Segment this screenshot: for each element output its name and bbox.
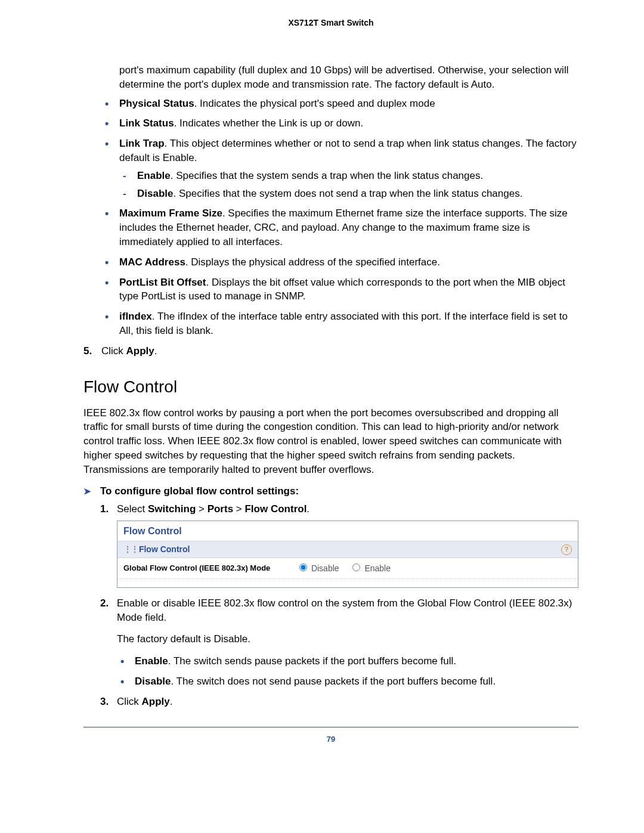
item-text: . This object determines whether or not … — [119, 138, 577, 163]
item-text: . Indicates whether the Link is up or do… — [174, 117, 364, 129]
row-controls: Disable Enable — [296, 562, 399, 575]
list-item: Enable. The switch sends pause packets i… — [117, 654, 578, 668]
step-text-pre: Click — [101, 345, 126, 357]
item-label: ifIndex — [119, 311, 152, 322]
radio-disable-input[interactable] — [299, 563, 307, 571]
item-label: Enable — [137, 170, 171, 181]
step-text-pre: Click — [117, 696, 142, 707]
nav-sep: > — [196, 503, 207, 515]
nav-path-part: Flow Control — [244, 503, 306, 515]
nav-path-part: Ports — [208, 503, 233, 515]
step-item: 2. Enable or disable IEEE 802.3x flow co… — [100, 596, 578, 689]
list-item: Maximum Frame Size. Specifies the maximu… — [101, 206, 578, 249]
step-number: 2. — [100, 596, 109, 611]
step-number: 1. — [100, 502, 109, 516]
list-item: Disable. The switch does not send pause … — [117, 674, 578, 689]
page: XS712T Smart Switch port's maximum capab… — [0, 0, 644, 761]
list-item: Physical Status. Indicates the physical … — [101, 97, 578, 111]
step-list-continued: 5. Click Apply. — [83, 344, 578, 358]
radio-enable-input[interactable] — [352, 563, 360, 571]
footer-rule — [83, 727, 578, 727]
radio-option-enable[interactable]: Enable — [349, 563, 390, 573]
step-item: 1. Select Switching > Ports > Flow Contr… — [100, 502, 578, 588]
item-label: PortList Bit Offset — [119, 277, 206, 288]
step-text-post: . — [306, 503, 309, 515]
radio-enable-label: Enable — [364, 563, 391, 573]
step-text-bold: Apply — [126, 345, 154, 357]
item-text: . The ifIndex of the interface table ent… — [119, 311, 568, 336]
page-number: 79 — [83, 735, 578, 744]
list-item: Link Status. Indicates whether the Link … — [101, 116, 578, 131]
item-label: Link Status — [119, 117, 174, 129]
item-label: Enable — [135, 655, 168, 667]
panel-footer-space — [117, 579, 578, 587]
radio-disable-label: Disable — [311, 563, 339, 573]
step-number: 5. — [83, 344, 92, 358]
item-text: . Indicates the physical port's speed an… — [194, 98, 435, 109]
item-label: Disable — [137, 188, 173, 199]
link-trap-sublist: Enable. Specifies that the system sends … — [119, 169, 578, 201]
continuation-paragraph: port's maximum capability (full duplex a… — [119, 63, 578, 92]
item-label: Disable — [135, 676, 171, 687]
list-item: MAC Address. Displays the physical addre… — [101, 255, 578, 270]
step-number: 3. — [100, 695, 109, 709]
procedure-heading: To configure global flow control setting… — [83, 485, 578, 497]
item-text: . Specifies that the system sends a trap… — [171, 170, 483, 181]
step-note: The factory default is Disable. — [117, 632, 578, 646]
flow-control-intro: IEEE 802.3x flow control works by pausin… — [83, 406, 578, 477]
port-attribute-list: Physical Status. Indicates the physical … — [101, 97, 578, 338]
doc-header-title: XS712T Smart Switch — [83, 18, 578, 27]
step-text-bold: Apply — [142, 696, 170, 707]
radio-option-disable[interactable]: Disable — [296, 563, 341, 573]
row-label: Global Flow Control (IEEE 802.3x) Mode — [123, 563, 296, 574]
item-text: . Displays the physical address of the s… — [185, 256, 440, 268]
section-heading-flow-control: Flow Control — [83, 377, 578, 397]
panel-section-label: Flow Control — [123, 544, 190, 556]
flow-control-panel: Flow Control Flow Control ? Global Flow … — [117, 521, 578, 588]
procedure-steps: 1. Select Switching > Ports > Flow Contr… — [100, 502, 578, 709]
item-label: Physical Status — [119, 98, 194, 109]
panel-title: Flow Control — [117, 521, 578, 540]
step-text: Enable or disable IEEE 802.3x flow contr… — [117, 597, 572, 623]
item-label: Link Trap — [119, 138, 165, 149]
list-item: ifIndex. The ifIndex of the interface ta… — [101, 309, 578, 338]
panel-section-bar: Flow Control ? — [117, 541, 578, 559]
item-text: . The switch does not send pause packets… — [171, 676, 496, 687]
list-item: Link Trap. This object determines whethe… — [101, 137, 578, 200]
step-text-post: . — [170, 696, 173, 707]
enable-disable-list: Enable. The switch sends pause packets i… — [117, 654, 578, 689]
item-text: . The switch sends pause packets if the … — [168, 655, 456, 667]
list-item: PortList Bit Offset. Displays the bit of… — [101, 275, 578, 304]
help-icon[interactable]: ? — [561, 544, 572, 555]
item-text: . Specifies that the system does not sen… — [173, 188, 522, 199]
step-item: 5. Click Apply. — [83, 344, 578, 358]
nav-path-part: Switching — [148, 503, 196, 515]
list-item: Enable. Specifies that the system sends … — [119, 169, 578, 183]
list-item: Disable. Specifies that the system does … — [119, 187, 578, 201]
step-text: Select — [117, 503, 148, 515]
item-label: Maximum Frame Size — [119, 208, 222, 219]
item-label: MAC Address — [119, 256, 185, 268]
panel-row: Global Flow Control (IEEE 802.3x) Mode D… — [117, 558, 578, 579]
step-item: 3. Click Apply. — [100, 695, 578, 709]
step-text-post: . — [154, 345, 157, 357]
nav-sep: > — [233, 503, 244, 515]
